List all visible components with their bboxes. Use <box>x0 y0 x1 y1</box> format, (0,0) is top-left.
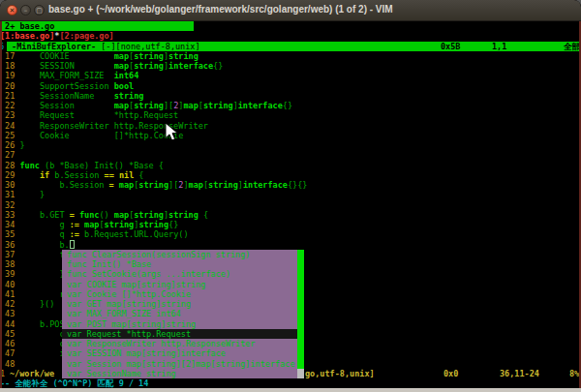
code-token: == <box>105 170 114 180</box>
completion-item[interactable]: var Request *http.Request <box>62 329 304 339</box>
code-line: 21 SessionName string <box>0 91 581 101</box>
close-button[interactable]: ✕ <box>7 5 17 15</box>
code-token: string <box>168 51 199 61</box>
code-token: map <box>114 61 129 71</box>
vim-window: ✕ – ▢ base.go + (~/work/web/golanger/fra… <box>0 0 581 392</box>
buffer-tab-page-go[interactable]: [2:page.go] <box>59 31 113 41</box>
line-number: 37 <box>0 250 19 259</box>
code-token <box>19 170 39 180</box>
completion-item[interactable]: var POST map[string]string <box>62 319 304 329</box>
code-token: (b *Base) Init() *Base { <box>40 161 164 170</box>
code-token: b.Session <box>19 180 108 190</box>
terminal-area: 2+ base.go [1:base.go]*[2:page.go]6 -Min… <box>0 21 581 388</box>
code-token: func <box>79 210 99 220</box>
code-token: interface <box>243 180 288 190</box>
code-token: ][ <box>164 101 173 110</box>
code-token: ][ <box>168 180 178 190</box>
ruler-scroll: 全部 <box>564 42 580 51</box>
buffer-list-row: [1:base.go]*[2:page.go] <box>0 31 581 41</box>
code-token: {} <box>168 220 178 229</box>
line-number: 45 <box>0 329 19 339</box>
line-number: 43 <box>0 309 19 318</box>
code-token: Cookie []*http.Cookie <box>19 131 183 140</box>
code-token: map <box>183 101 198 110</box>
minibuf-statusline: -MiniBufExplorer- [-][none,utf-8,unix]0x… <box>7 42 581 51</box>
line-number: 38 <box>0 259 19 269</box>
minibuf-statusline-row: 6 -MiniBufExplorer- [-][none,utf-8,unix]… <box>0 42 581 51</box>
ruler-position: 1,1 <box>492 42 506 51</box>
code-token: } <box>19 190 45 199</box>
code-line: 27 <box>0 150 581 160</box>
text-cursor <box>70 240 75 249</box>
statusline-filetype: go,utf-8,unix] <box>305 369 375 378</box>
code-token: { <box>134 170 143 180</box>
completion-item[interactable]: func ClearSession(sessionSign string) <box>62 250 304 259</box>
line-number: 18 <box>0 61 19 71</box>
code-token: SESSION <box>19 61 113 71</box>
code-line: 34 g := map[string]string{} <box>0 220 581 229</box>
code-token: SessionName <box>19 91 113 101</box>
code-token: r <box>19 289 64 299</box>
popup-scrollbar-thumb[interactable] <box>297 250 304 369</box>
completion-item[interactable]: func Init() *Base <box>62 259 304 269</box>
code-token: {} <box>283 101 292 110</box>
line-number: 19 <box>0 71 19 80</box>
buffer-tab-base-go[interactable]: [1:base.go] <box>0 31 54 41</box>
line-number: 27 <box>0 150 19 160</box>
line-number: 22 <box>0 101 19 110</box>
code-line: 35 q := b.Request.URL.Query() <box>0 229 581 239</box>
minibuf-mru-row: 2+ base.go <box>0 21 581 31</box>
code-token: MAX_FORM_SIZE <box>19 71 113 80</box>
completion-item[interactable]: func SetCookie(args ...interface) <box>62 269 304 279</box>
code-token: string <box>203 101 233 110</box>
line-number: 20 <box>0 81 19 91</box>
line-number: 40 <box>0 280 19 289</box>
code-token: { <box>199 210 208 220</box>
code-token: string <box>168 210 199 220</box>
titlebar[interactable]: ✕ – ▢ base.go + (~/work/web/golanger/fra… <box>0 0 581 21</box>
code-token: {}{} <box>288 180 307 190</box>
completion-item[interactable]: var Cookie []*http.Cookie <box>62 289 304 299</box>
maximize-button[interactable]: ▢ <box>34 5 45 15</box>
code-token: b.GET <box>19 210 69 220</box>
code-token: map <box>114 51 129 61</box>
code-token: map <box>84 220 99 229</box>
completion-item[interactable]: var Session map[string][2]map[string]int… <box>62 359 304 369</box>
line-number: 32 <box>0 200 19 210</box>
minimize-button[interactable]: – <box>20 5 31 15</box>
code-line: 29 if b.Session == nil { <box>0 170 581 180</box>
line-number: 39 <box>0 269 19 279</box>
completion-item[interactable]: var GET map[string]string <box>62 299 304 309</box>
code-token: b.POS <box>19 319 64 329</box>
code-token: b.Request.URL.Query() <box>79 229 189 239</box>
completion-item[interactable]: var ResponseWriter http.ResponseWriter <box>62 339 304 348</box>
completion-item[interactable]: var SessionName string <box>62 369 304 378</box>
code-token: nil <box>119 170 134 180</box>
code-token: int64 <box>114 71 139 80</box>
code-token: func <box>19 161 39 170</box>
line-number: 42 <box>0 299 19 309</box>
code-line: 36 b. <box>0 240 581 250</box>
line-number: 25 <box>0 131 19 140</box>
code-token: g <box>19 220 69 229</box>
window-bottom-edge <box>0 388 581 392</box>
code-token: string <box>134 210 164 220</box>
minibuf-current-buffer[interactable]: 2+ base.go <box>0 21 194 31</box>
line-number: 30 <box>0 180 19 190</box>
code-token: } <box>19 269 64 279</box>
code-token: } <box>19 140 24 150</box>
popup-scrollbar[interactable] <box>297 250 304 378</box>
code-token: SupportSession <box>19 81 113 91</box>
code-line: 32 <box>0 200 581 210</box>
code-token: := <box>70 220 79 229</box>
code-line: 24 ResponseWriter http.ResponseWriter <box>0 121 581 131</box>
line-number: 36 <box>0 240 19 250</box>
code-line: 31 } <box>0 190 581 199</box>
code-line: 22 Session map[string][2]map[string]inte… <box>0 101 581 110</box>
code-line: 30 b.Session = map[string][2]map[string]… <box>0 180 581 190</box>
completion-item[interactable]: var MAX_FORM_SIZE int64 <box>62 309 304 318</box>
ruler-hex: 0x5B <box>441 42 460 51</box>
code-token: Session <box>19 101 113 110</box>
completion-item[interactable]: var SESSION map[string]interface <box>62 348 304 358</box>
completion-item[interactable]: var COOKIE map[string]string <box>62 280 304 289</box>
